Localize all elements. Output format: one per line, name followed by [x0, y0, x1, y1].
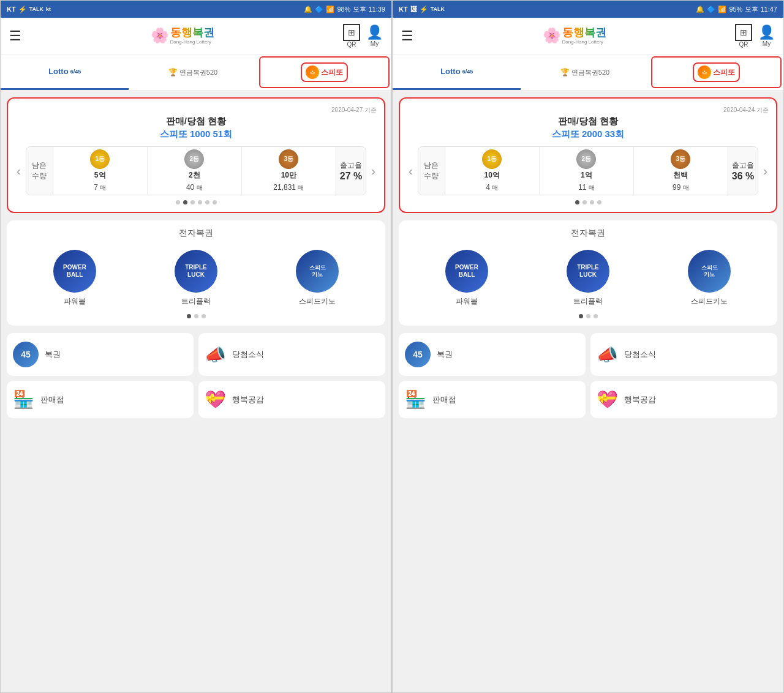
speeto-icon-left: 스	[306, 66, 319, 79]
next-arrow-left[interactable]: ›	[370, 164, 377, 178]
status-carrier-left: KT ⚡ TALK kt	[7, 6, 51, 13]
lottery-dots-right	[406, 314, 770, 318]
bokkwon-badge-right: 45	[405, 342, 431, 367]
dangcheom-item-left[interactable]: 📣 당첨소식	[198, 333, 385, 376]
tab-speeto-right[interactable]: 스 스피또	[651, 56, 782, 88]
lottery-icons-left: POWERBALL 파워볼 TRIPLELUCK 트리플럭 스피드키노	[14, 245, 378, 312]
prize-amount-2-left: 2천	[189, 170, 200, 181]
dot-5-left	[205, 200, 209, 204]
panmaejeom-icon-left: 🏪	[13, 389, 34, 410]
electronic-title-right: 전자복권	[406, 228, 770, 239]
powerball-name-right: 파워볼	[456, 296, 478, 307]
header-right: ☰ 🌸 동행복권 Dong-Hang Lottery ⊞ QR 👤 My	[393, 18, 783, 54]
main-content-right: 2020-04-24 기준 판매/당첨 현황 스피또 2000 33회 ‹ 남은…	[393, 91, 783, 692]
my-button-right[interactable]: 👤 My	[758, 24, 775, 47]
dot-3-left	[190, 200, 195, 204]
menu-button-right[interactable]: ☰	[401, 28, 413, 44]
header-left: ☰ 🌸 동행복권 Dong-Hang Lottery ⊞ QR 👤 My	[1, 18, 391, 54]
sale-card-title-right: 판매/당첨 현황	[407, 116, 769, 127]
tab-lotto-right[interactable]: Lotto 6/45	[393, 54, 521, 90]
header-actions-right: ⊞ QR 👤 My	[735, 24, 775, 48]
bokkwon-item-right[interactable]: 45 복권	[399, 333, 586, 376]
sale-card-right: 2020-04-24 기준 판매/당첨 현황 스피또 2000 33회 ‹ 남은…	[399, 97, 777, 213]
panmaejeom-item-right[interactable]: 🏪 판매점	[399, 381, 586, 418]
my-button-left[interactable]: 👤 My	[366, 24, 383, 47]
status-carrier-right: KT 🖼 ⚡ TALK	[399, 6, 445, 13]
sale-card-subtitle-right: 스피또 2000 33회	[407, 129, 769, 140]
haengbok-item-right[interactable]: 💝 행복공감	[590, 381, 777, 418]
prize-amount-3-right: 천백	[673, 170, 688, 181]
logo-english-left: Dong-Hang Lottery	[170, 39, 214, 45]
tripleluck-item-left[interactable]: TRIPLELUCK 트리플럭	[175, 250, 217, 307]
prize-cols-right: 1등 10억 4 매 2등 1억	[445, 147, 728, 195]
output-pct-right: 36 %	[732, 171, 754, 182]
tripleluck-circle-left: TRIPLELUCK	[175, 250, 217, 293]
logo-korean-right: 동행복권	[562, 27, 606, 39]
logo-english-right: Dong-Hang Lottery	[562, 39, 606, 45]
prev-arrow-right[interactable]: ‹	[407, 164, 414, 178]
main-content-left: 2020-04-27 기준 판매/당첨 현황 스피또 1000 51회 ‹ 남은…	[1, 91, 391, 692]
powerball-item-right[interactable]: POWERBALL 파워볼	[445, 250, 488, 307]
bokkwon-item-left[interactable]: 45 복권	[7, 333, 194, 376]
tab-yeongeumbokkwon-left[interactable]: 🏆 연금복권520	[129, 54, 257, 90]
output-col-left: 출고율 27 %	[336, 147, 366, 195]
panmaejeom-item-left[interactable]: 🏪 판매점	[7, 381, 194, 418]
medal-1-left: 1등	[90, 149, 110, 169]
dot-1-left	[176, 200, 180, 204]
lottery-dot-2-left	[194, 314, 198, 318]
lottery-icons-right: POWERBALL 파워볼 TRIPLELUCK 트리플럭 스피드키노	[406, 245, 770, 312]
prize-amount-1-left: 5억	[94, 170, 106, 181]
powerball-name-left: 파워볼	[64, 296, 86, 307]
dangcheom-label-right: 당첨소식	[624, 349, 656, 360]
tab-yeongeumbokkwon-right[interactable]: 🏆 연금복권520	[521, 54, 649, 90]
powerball-circle-left: POWERBALL	[53, 250, 96, 293]
tripleluck-item-right[interactable]: TRIPLELUCK 트리플럭	[567, 250, 609, 307]
lottery-dots-left	[14, 314, 378, 318]
sale-card-subtitle-left: 스피또 1000 51회	[15, 129, 377, 140]
prize-col-3-left: 3등 10만 21,831 매	[242, 147, 336, 195]
haengbok-item-left[interactable]: 💝 행복공감	[198, 381, 385, 418]
qr-button-left[interactable]: ⊞ QR	[343, 24, 360, 48]
haengbok-label-right: 행복공감	[624, 394, 656, 405]
tab-speeto-left[interactable]: 스 스피또	[259, 56, 390, 88]
tripleluck-circle-right: TRIPLELUCK	[567, 250, 609, 293]
output-pct-left: 27 %	[340, 171, 362, 182]
logo-korean-left: 동행복권	[170, 27, 214, 39]
speedkino-circle-right: 스피드키노	[688, 250, 731, 293]
medal-2-right: 2등	[576, 149, 596, 169]
panmaejeom-icon-right: 🏪	[405, 389, 426, 410]
output-col-right: 출고율 36 %	[728, 147, 758, 195]
next-arrow-right[interactable]: ›	[762, 164, 769, 178]
header-actions-left: ⊞ QR 👤 My	[343, 24, 383, 48]
dot-4-left	[198, 200, 202, 204]
qr-icon-right: ⊞	[735, 24, 752, 41]
speedkino-name-right: 스피드키노	[691, 296, 728, 307]
powerball-item-left[interactable]: POWERBALL 파워볼	[53, 250, 96, 307]
prize-col-1-left: 1등 5억 7 매	[53, 147, 148, 195]
status-bar-left: KT ⚡ TALK kt 🔔 🔷 📶 98% 오후 11:39	[1, 1, 391, 18]
dot-6-left	[213, 200, 217, 204]
dot-4-right	[597, 200, 601, 204]
speedkino-circle-left: 스피드키노	[296, 250, 339, 293]
status-right-right: 🔔 🔷 📶 95% 오후 11:47	[696, 5, 777, 14]
qr-button-right[interactable]: ⊞ QR	[735, 24, 752, 48]
prize-cols-left: 1등 5억 7 매 2등 2천	[53, 147, 336, 195]
prize-count-3-left: 21,831 매	[273, 183, 304, 192]
remain-col-left: 남은 수량	[26, 147, 53, 195]
tab-lotto-left[interactable]: Lotto 6/45	[1, 54, 129, 90]
sale-card-title-left: 판매/당첨 현황	[15, 116, 377, 127]
speedkino-item-right[interactable]: 스피드키노 스피드키노	[688, 250, 731, 307]
dangcheom-item-right[interactable]: 📣 당첨소식	[590, 333, 777, 376]
tab-bar-left: Lotto 6/45 🏆 연금복권520 스 스피또	[1, 54, 391, 91]
electronic-section-right: 전자복권 POWERBALL 파워볼 TRIPLELUCK 트리플럭	[399, 220, 777, 326]
menu-button-left[interactable]: ☰	[9, 28, 21, 44]
logo-left: 🌸 동행복권 Dong-Hang Lottery	[151, 27, 214, 45]
medal-2-left: 2등	[184, 149, 204, 169]
my-icon-left: 👤	[366, 24, 383, 40]
prev-arrow-left[interactable]: ‹	[15, 164, 22, 178]
sale-card-date-right: 2020-04-24 기준	[407, 106, 769, 114]
speedkino-item-left[interactable]: 스피드키노 스피드키노	[296, 250, 339, 307]
tripleluck-name-right: 트리플럭	[573, 296, 603, 307]
powerball-circle-right: POWERBALL	[445, 250, 488, 293]
lottery-dot-1-left	[187, 314, 191, 318]
